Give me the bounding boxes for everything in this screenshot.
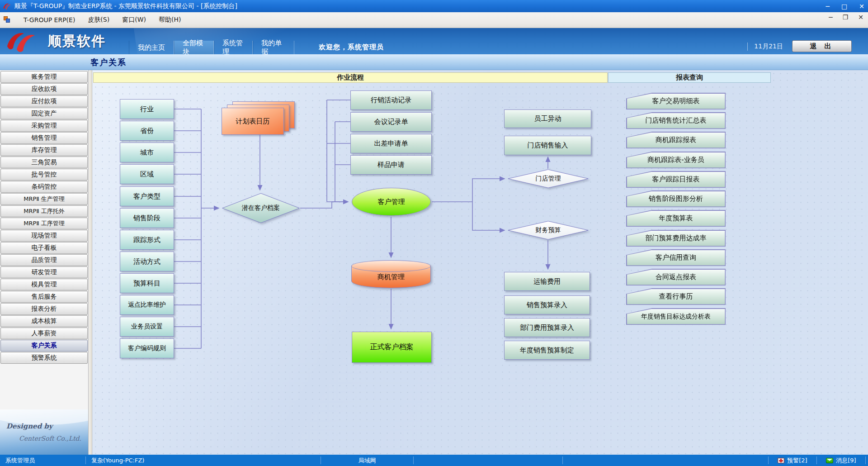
sidebar-item-customer-relations[interactable]: 客户关系 (0, 340, 88, 352)
alert-icon (778, 458, 784, 463)
node-opportunity-management[interactable]: 商机管理 (351, 260, 431, 288)
child-restore-icon[interactable]: ❐ (843, 14, 849, 21)
node-industry[interactable]: 行业 (120, 99, 174, 119)
exit-button[interactable]: 退 出 (792, 40, 852, 52)
maximize-icon[interactable]: □ (841, 3, 847, 10)
child-close-icon[interactable]: ✕ (858, 14, 863, 21)
close-icon[interactable]: ✕ (859, 3, 864, 10)
node-city[interactable]: 城市 (120, 143, 174, 162)
node-formal-customer-file[interactable]: 正式客户档案 (352, 332, 432, 363)
report-opportunity-tracking[interactable]: 商机跟踪报表 (626, 132, 726, 148)
report-view-calendar[interactable]: 查看行事历 (626, 288, 726, 305)
sidebar-item-triangle-trade[interactable]: 三角贸易 (0, 157, 88, 168)
node-customer-type[interactable]: 客户类型 (120, 186, 174, 206)
node-budget-subject[interactable]: 预算科目 (120, 273, 174, 293)
node-finance-budget-diamond[interactable]: 财务预算 (507, 221, 589, 240)
node-region[interactable]: 区域 (120, 164, 174, 184)
node-store-management-diamond[interactable]: 门店管理 (507, 169, 589, 188)
status-spacer (414, 456, 563, 464)
node-potential-customer-diamond[interactable]: 潜在客户档案 (222, 193, 300, 223)
node-marketing-activity[interactable]: 行销活动记录 (350, 90, 432, 110)
menu-tgroup-erp[interactable]: T-GROUP ERP(E) (17, 14, 81, 25)
status-message[interactable]: 消息[9] (817, 456, 866, 464)
sidebar-item-costing[interactable]: 成本核算 (0, 315, 88, 327)
tab-all-modules[interactable]: 全部模块 (174, 41, 214, 54)
report-customer-tracking-daily[interactable]: 客户跟踪日报表 (626, 171, 726, 188)
page-title: 客户关系 (90, 57, 127, 68)
brand: 顺景软件 (5, 30, 106, 52)
node-plan-calendar[interactable]: 计划表日历 (222, 108, 284, 135)
report-store-sales-summary[interactable]: 门店销售统计汇总表 (626, 112, 726, 129)
sidebar-item-e-kanban[interactable]: 电子看板 (0, 242, 88, 254)
sidebar-item-receivables[interactable]: 应收款项 (0, 83, 88, 95)
sidebar-item-mrp2-production[interactable]: MRPⅡ 生产管理 (0, 193, 88, 205)
sidebar-item-sales[interactable]: 销售管理 (0, 132, 88, 144)
report-annual-sales-target-analysis[interactable]: 年度销售目标达成分析表 (626, 308, 726, 325)
report-dept-budget-achievement[interactable]: 部门预算费用达成率 (626, 230, 726, 247)
report-annual-budget[interactable]: 年度预算表 (626, 210, 726, 227)
node-dept-expense-budget-entry[interactable]: 部门费用预算录入 (504, 318, 590, 337)
node-tracking-form[interactable]: 跟踪形式 (120, 230, 174, 250)
sidebar-item-after-sales[interactable]: 售后服务 (0, 291, 88, 303)
status-spacer (563, 456, 769, 464)
tab-system-admin[interactable]: 系统管理 (214, 41, 253, 54)
report-customer-credit-query[interactable]: 客户信用查询 (626, 249, 726, 266)
menu-help[interactable]: 帮助(H) (152, 14, 187, 26)
node-customer-code-rule[interactable]: 客户编码规则 (120, 338, 174, 358)
sidebar-item-shopfloor[interactable]: 现场管理 (0, 230, 88, 242)
sidebar-item-lot-control[interactable]: 批号管控 (0, 169, 88, 181)
minimize-icon[interactable]: ─ (826, 3, 830, 10)
sidebar-item-mrp2-outsourcing[interactable]: MRPⅡ 工序托外 (0, 205, 88, 217)
sidebar-item-payables[interactable]: 应付款项 (0, 95, 88, 107)
main-navbar: 顺景软件 我的主页 全部模块 系统管理 我的单据 欢迎您，系统管理员 11月21… (0, 28, 868, 54)
menu-skin[interactable]: 皮肤(S) (81, 14, 116, 26)
sidebar-item-mrp2-process[interactable]: MRPⅡ 工序管理 (0, 218, 88, 229)
child-minimize-icon[interactable]: ─ (829, 14, 832, 21)
sidebar-item-accounting[interactable]: 账务管理 (0, 71, 88, 83)
sidebar-item-rnd[interactable]: 研发管理 (0, 266, 88, 278)
report-contract-rebate[interactable]: 合同返点报表 (626, 269, 726, 285)
sidebar-item-inventory[interactable]: 库存管理 (0, 144, 88, 156)
sidebar-item-fixed-assets[interactable]: 固定资产 (0, 108, 88, 119)
node-store-sales-entry[interactable]: 门店销售输入 (504, 136, 591, 155)
sidebar-item-purchasing[interactable]: 采购管理 (0, 120, 88, 132)
report-opportunity-tracking-salesman[interactable]: 商机跟踪表-业务员 (626, 152, 726, 168)
node-employee-change[interactable]: 员工异动 (504, 109, 591, 128)
sidebar-item-quality[interactable]: 品质管理 (0, 254, 88, 266)
report-sales-stage-graph[interactable]: 销售阶段图形分析 (626, 190, 726, 207)
welcome-text: 欢迎您，系统管理员 (319, 43, 384, 52)
node-sales-stage[interactable]: 销售阶段 (120, 208, 174, 228)
node-label: 潜在客户档案 (222, 193, 300, 223)
alert-label: 预警[2] (787, 456, 807, 465)
node-sales-budget-entry[interactable]: 销售预算录入 (504, 295, 590, 314)
node-rebate-rate[interactable]: 返点比率维护 (120, 295, 174, 315)
node-meeting-record[interactable]: 会议记录单 (350, 112, 432, 132)
report-customer-transaction-detail[interactable]: 客户交易明细表 (626, 93, 726, 109)
node-salesman-setup[interactable]: 业务员设置 (120, 317, 174, 337)
node-customer-management[interactable]: 客户管理 (352, 188, 431, 216)
sidebar-item-alert-system[interactable]: 预警系统 (0, 352, 88, 364)
current-date: 11月21日 (747, 43, 783, 51)
sidebar-item-report-analysis[interactable]: 报表分析 (0, 303, 88, 315)
page-title-bar: 客户关系 (0, 54, 868, 70)
designed-by-panel: Designed by CenterSoft Co.,Ltd. (0, 409, 88, 455)
node-business-trip-request[interactable]: 出差申请单 (350, 134, 432, 153)
module-sidebar: 账务管理 应收款项 应付款项 固定资产 采购管理 销售管理 库存管理 三角贸易 … (0, 70, 89, 455)
flowchart-canvas: 作业流程 报表查询 (92, 70, 868, 455)
sidebar-item-mold[interactable]: 模具管理 (0, 279, 88, 290)
tab-my-home[interactable]: 我的主页 (129, 41, 174, 54)
node-annual-sales-budget[interactable]: 年度销售预算制定 (504, 341, 590, 360)
sidebar-item-hr-payroll[interactable]: 人事薪资 (0, 328, 88, 339)
node-province[interactable]: 省份 (120, 121, 174, 141)
node-activity-method[interactable]: 活动方式 (120, 252, 174, 271)
report-label: 商机跟踪报表 (627, 133, 725, 148)
tab-my-documents[interactable]: 我的单据 (253, 41, 294, 54)
report-label: 客户交易明细表 (627, 94, 725, 109)
node-transport-cost[interactable]: 运输费用 (504, 272, 590, 291)
menu-window[interactable]: 窗口(W) (116, 14, 152, 26)
status-alert[interactable]: 预警[2] (769, 456, 817, 464)
grid-dots (92, 70, 868, 455)
node-sample-request[interactable]: 样品申请 (350, 155, 432, 175)
sidebar-splitter[interactable] (89, 70, 92, 455)
sidebar-item-barcode-control[interactable]: 条码管控 (0, 181, 88, 193)
